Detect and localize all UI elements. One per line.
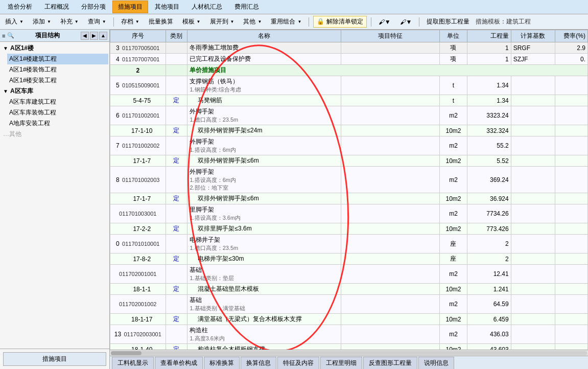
tree-item-a1[interactable]: ▼ A区1#楼	[1, 43, 108, 54]
td-seq: 6 011701002001	[110, 106, 166, 125]
tree-item-ck-zs[interactable]: A区车库装饰工程	[7, 107, 108, 118]
tree-item-more[interactable]: …其他	[1, 129, 108, 140]
td-feature	[341, 76, 439, 95]
query-button[interactable]: 查询	[85, 16, 109, 27]
td-base	[511, 265, 555, 284]
bottom-tab-biaozhun[interactable]: 标准换算	[204, 357, 240, 369]
table-row[interactable]: 17-8-2 定 电梯井字架≤30m 座 2	[110, 253, 588, 265]
td-name: 马凳钢筋	[187, 95, 341, 106]
td-seq: 011702001001	[110, 265, 166, 284]
tab-gongcheng[interactable]: 工程概况	[39, 1, 75, 13]
table-row[interactable]: 5 010515009001 支撑钢筋（铁马）1.钢筋种类:综合考虑 t 1.3…	[110, 76, 588, 95]
tree-item-a1-az[interactable]: A区1#楼安装工程	[7, 75, 108, 86]
table-row[interactable]: 3 011707005001 冬雨季施工增加费 项 1 SRGF 2.9	[110, 42, 588, 54]
table-row[interactable]: 17-1-7 定 双排外钢管脚手架≤6m 10m2 5.52	[110, 155, 588, 167]
td-name: 基础1.基础类别：满堂基础	[187, 295, 341, 314]
paint-btn2[interactable]: 🖌▼	[397, 17, 415, 27]
td-base	[511, 325, 555, 344]
table-row[interactable]: 011702001002 基础1.基础类别：满堂基础 m2 64.59	[110, 295, 588, 314]
bottom-tab-danjia[interactable]: 查看单价构成	[155, 357, 203, 369]
horizontal-scrollbar[interactable]	[110, 350, 588, 356]
add-button[interactable]: 添加	[30, 16, 54, 27]
table-row[interactable]: 17-1-10 定 双排外钢管脚手架≤24m 10m2 332.324	[110, 125, 588, 136]
scrollbar-thumb[interactable]	[111, 351, 142, 355]
td-type	[166, 235, 187, 253]
table-row[interactable]: 2 单价措施项目	[110, 65, 588, 76]
nav-left-btn[interactable]: ◀	[81, 32, 89, 40]
main-container: 造价分析 工程概况 分部分项 措施项目 其他项目 人材机汇总 费用汇总 插入 添…	[0, 0, 588, 369]
left-panel: ≡ 🔍 项目结构 ◀ ▶ ▲ ▼ A区1#楼 A区1#楼建筑工程	[0, 30, 110, 369]
save-button[interactable]: 存档	[118, 16, 143, 27]
tree-area[interactable]: ▼ A区1#楼 A区1#楼建筑工程 A区1#楼装饰工程 A区1#楼安装工程 ▼ …	[0, 42, 109, 349]
content-area: ≡ 🔍 项目结构 ◀ ▶ ▲ ▼ A区1#楼 A区1#楼建筑工程	[0, 30, 588, 369]
scrollbar-track[interactable]	[111, 351, 587, 355]
table-row[interactable]: 011702001001 基础1.基础类别：垫层 m2 12.41	[110, 265, 588, 284]
bottom-tab-tezheng[interactable]: 特征及内容	[277, 357, 319, 369]
tree-item-ck-az[interactable]: A地库安装工程	[7, 118, 108, 129]
menu-icon[interactable]: ≡	[2, 33, 5, 39]
tree-item-ck[interactable]: ▼ A区车库	[1, 86, 108, 97]
extract-button[interactable]: 提取图形工程量	[424, 16, 473, 27]
td-type	[166, 265, 187, 284]
nav-up-btn[interactable]: ▲	[99, 32, 107, 40]
tree-label-a1-az: A区1#楼安装工程	[9, 76, 57, 85]
bottom-tab-gongliaoqi[interactable]: 工料机显示	[112, 357, 154, 369]
td-feature	[341, 155, 439, 167]
insert-button[interactable]: 插入	[2, 16, 27, 27]
nav-right-btn[interactable]: ▶	[90, 32, 98, 40]
table-row[interactable]: 5-4-75 定 马凳钢筋 t 1.34	[110, 95, 588, 106]
template-button[interactable]: 模板	[179, 16, 204, 27]
table-row[interactable]: 011701003001 里脚手架1.搭设高度：3.6m内 m2 7734.26	[110, 204, 588, 223]
table-row[interactable]: 18-1-17 定 满堂基础（无梁式）复合木模板木支撑 10m2 6.459	[110, 314, 588, 325]
table-row[interactable]: 18-1-1 定 混凝土基础垫层木模板 10m2 1.241	[110, 284, 588, 295]
tab-feiyong[interactable]: 费用汇总	[229, 1, 265, 13]
table-container[interactable]: 序号 类别 名称 项目特征 单位 工程量 计算基数 费率(%)	[110, 30, 588, 350]
bottom-tab-fancha[interactable]: 反查图形工程量	[363, 357, 417, 369]
td-type	[166, 295, 187, 314]
tab-qita[interactable]: 其他项目	[149, 1, 185, 13]
table-row[interactable]: 17-2-2 定 双排里脚手架≤3.6m 10m2 773.426	[110, 223, 588, 235]
bottom-tab-huansuaninfo[interactable]: 换算信息	[241, 357, 276, 369]
td-base	[511, 167, 555, 193]
td-feature	[341, 204, 439, 223]
table-row[interactable]: 18-1-40 定 构造柱复合木模板钢支撑 10m2 43.603	[110, 344, 588, 350]
table-row[interactable]: 13 011702003001 构造柱1.高度3.6米内 m2 436.03	[110, 325, 588, 344]
th-rate: 费率(%)	[555, 30, 587, 42]
table-row[interactable]: 4 011707007001 已完工程及设备保护费 项 1 SZJF 0.	[110, 54, 588, 65]
th-name: 名称	[187, 30, 341, 42]
expand-button[interactable]: 展开到	[207, 16, 238, 27]
td-qty: 12.41	[467, 265, 511, 284]
table-row[interactable]: 7 011701002002 外脚手架1.搭设高度：6m内 m2 55.2	[110, 136, 588, 155]
tab-cuoshi[interactable]: 措施项目	[112, 1, 148, 13]
cuoshi-btn[interactable]: 措施项目	[3, 352, 106, 366]
td-base	[511, 253, 555, 265]
table-row[interactable]: 6 011701002001 外脚手架1.檐口高度：23.5m m2 3323.…	[110, 106, 588, 125]
dup-group-button[interactable]: 重用组合	[268, 16, 304, 27]
tab-rencaiji[interactable]: 人材机汇总	[186, 1, 228, 13]
batch-calc-button[interactable]: 批量换算	[146, 16, 176, 27]
table-row[interactable]: 17-1-7 定 双排外钢管脚手架≤6m 10m2 36.924	[110, 193, 588, 204]
td-name: 混凝土基础垫层木模板	[187, 284, 341, 295]
unlock-button[interactable]: 🔒 解除清单锁定	[313, 16, 366, 28]
td-feature	[341, 54, 439, 65]
bottom-tab-gongchengli[interactable]: 工程里明细	[320, 357, 362, 369]
tree-item-a1-zs[interactable]: A区1#楼装饰工程	[7, 64, 108, 75]
supplement-button[interactable]: 补充	[57, 16, 82, 27]
paint-btn1[interactable]: 🖌▼	[375, 17, 394, 27]
td-seq: 17-2-2	[110, 223, 166, 235]
other-button[interactable]: 其他	[240, 16, 265, 27]
tab-fenbu[interactable]: 分部分项	[76, 1, 111, 13]
td-seq: 4 011707007001	[110, 54, 166, 65]
query-icon[interactable]: 🔍	[7, 32, 14, 39]
td-seq: 17-1-10	[110, 125, 166, 136]
table-row[interactable]: 0 011701010001 电梯井子架1.檐口高度：23.5m 座 2	[110, 235, 588, 253]
tree-item-ck-jz[interactable]: A区车库建筑工程	[7, 97, 108, 107]
tree-item-a1-jz[interactable]: A区1#楼建筑工程	[7, 54, 108, 64]
table-row[interactable]: 8 011701002003 外脚手架1.搭设高度：6m内2.部位：地下室 m2…	[110, 167, 588, 193]
td-rate	[555, 265, 587, 284]
td-qty: 1.34	[467, 95, 511, 106]
tab-zaojia[interactable]: 造价分析	[2, 1, 38, 13]
sep1	[113, 17, 114, 27]
sep4	[419, 17, 419, 27]
bottom-tab-shuoming[interactable]: 说明信息	[418, 357, 454, 369]
